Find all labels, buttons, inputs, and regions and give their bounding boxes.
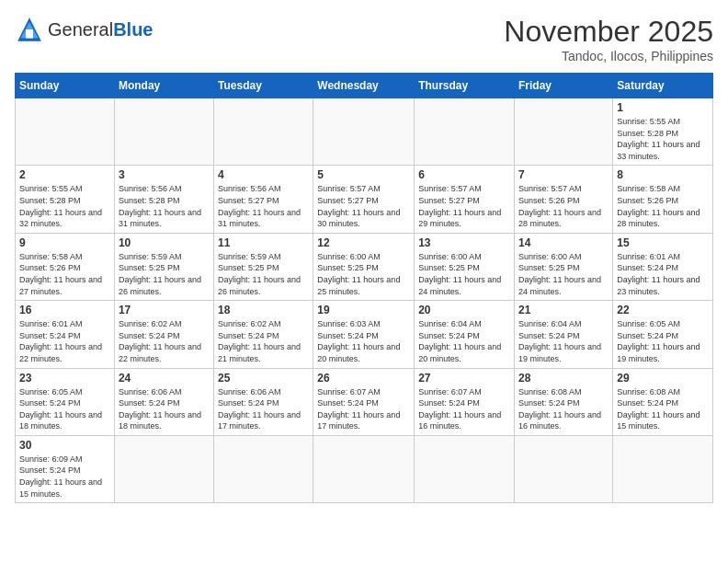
header-monday: Monday	[114, 74, 213, 98]
empty-cell	[515, 435, 613, 502]
page: GeneralBlue November 2025 Tandoc, Ilocos…	[0, 0, 728, 563]
day-22: 22 Sunrise: 6:05 AMSunset: 5:24 PMDaylig…	[613, 301, 713, 368]
calendar-table: Sunday Monday Tuesday Wednesday Thursday…	[15, 73, 713, 503]
week-row-6: 30 Sunrise: 6:09 AMSunset: 5:24 PMDaylig…	[16, 435, 713, 502]
day-28: 28 Sunrise: 6:08 AMSunset: 5:24 PMDaylig…	[515, 368, 613, 435]
empty-cell	[313, 435, 415, 502]
svg-rect-2	[26, 29, 33, 39]
day-1: 1 Sunrise: 5:55 AMSunset: 5:28 PMDayligh…	[613, 98, 713, 166]
empty-cell	[114, 98, 213, 166]
day-17: 17 Sunrise: 6:02 AMSunset: 5:24 PMDaylig…	[114, 301, 213, 368]
header-thursday: Thursday	[415, 74, 515, 98]
day-3: 3 Sunrise: 5:56 AMSunset: 5:28 PMDayligh…	[114, 166, 213, 233]
empty-cell	[214, 435, 313, 502]
day-20: 20 Sunrise: 6:04 AMSunset: 5:24 PMDaylig…	[415, 301, 515, 368]
day-9: 9 Sunrise: 5:58 AMSunset: 5:26 PMDayligh…	[16, 233, 115, 300]
title-section: November 2025 Tandoc, Ilocos, Philippine…	[504, 15, 713, 63]
empty-cell	[515, 98, 613, 166]
day-7: 7 Sunrise: 5:57 AMSunset: 5:26 PMDayligh…	[515, 166, 613, 233]
day-25: 25 Sunrise: 6:06 AMSunset: 5:24 PMDaylig…	[214, 368, 313, 435]
week-row-1: 1 Sunrise: 5:55 AMSunset: 5:28 PMDayligh…	[16, 98, 713, 166]
week-row-4: 16 Sunrise: 6:01 AMSunset: 5:24 PMDaylig…	[16, 301, 713, 368]
day-4: 4 Sunrise: 5:56 AMSunset: 5:27 PMDayligh…	[214, 166, 313, 233]
day-21: 21 Sunrise: 6:04 AMSunset: 5:24 PMDaylig…	[515, 301, 613, 368]
header: GeneralBlue November 2025 Tandoc, Ilocos…	[15, 15, 713, 63]
week-row-5: 23 Sunrise: 6:05 AMSunset: 5:24 PMDaylig…	[16, 368, 713, 435]
day-2: 2 Sunrise: 5:55 AMSunset: 5:28 PMDayligh…	[16, 166, 115, 233]
header-friday: Friday	[515, 74, 613, 98]
empty-cell	[214, 98, 313, 166]
day-8: 8 Sunrise: 5:58 AMSunset: 5:26 PMDayligh…	[613, 166, 713, 233]
location: Tandoc, Ilocos, Philippines	[504, 49, 713, 63]
day-27: 27 Sunrise: 6:07 AMSunset: 5:24 PMDaylig…	[415, 368, 515, 435]
day-26: 26 Sunrise: 6:07 AMSunset: 5:24 PMDaylig…	[313, 368, 415, 435]
logo-text: GeneralBlue	[48, 20, 154, 40]
day-16: 16 Sunrise: 6:01 AMSunset: 5:24 PMDaylig…	[16, 301, 115, 368]
header-wednesday: Wednesday	[313, 74, 415, 98]
day-13: 13 Sunrise: 6:00 AMSunset: 5:25 PMDaylig…	[415, 233, 515, 300]
day-10: 10 Sunrise: 5:59 AMSunset: 5:25 PMDaylig…	[114, 233, 213, 300]
day-19: 19 Sunrise: 6:03 AMSunset: 5:24 PMDaylig…	[313, 301, 415, 368]
week-row-3: 9 Sunrise: 5:58 AMSunset: 5:26 PMDayligh…	[16, 233, 713, 300]
logo: GeneralBlue	[15, 15, 154, 44]
day-14: 14 Sunrise: 6:00 AMSunset: 5:25 PMDaylig…	[515, 233, 613, 300]
day-15: 15 Sunrise: 6:01 AMSunset: 5:24 PMDaylig…	[613, 233, 713, 300]
week-row-2: 2 Sunrise: 5:55 AMSunset: 5:28 PMDayligh…	[16, 166, 713, 233]
day-12: 12 Sunrise: 6:00 AMSunset: 5:25 PMDaylig…	[313, 233, 415, 300]
day-23: 23 Sunrise: 6:05 AMSunset: 5:24 PMDaylig…	[16, 368, 115, 435]
day-29: 29 Sunrise: 6:08 AMSunset: 5:24 PMDaylig…	[613, 368, 713, 435]
empty-cell	[114, 435, 213, 502]
day-24: 24 Sunrise: 6:06 AMSunset: 5:24 PMDaylig…	[114, 368, 213, 435]
month-title: November 2025	[504, 15, 713, 49]
weekday-header-row: Sunday Monday Tuesday Wednesday Thursday…	[16, 74, 713, 98]
day-11: 11 Sunrise: 5:59 AMSunset: 5:25 PMDaylig…	[214, 233, 313, 300]
day-5: 5 Sunrise: 5:57 AMSunset: 5:27 PMDayligh…	[313, 166, 415, 233]
header-saturday: Saturday	[613, 74, 713, 98]
header-tuesday: Tuesday	[214, 74, 313, 98]
empty-cell	[613, 435, 713, 502]
empty-cell	[415, 98, 515, 166]
header-sunday: Sunday	[16, 74, 115, 98]
empty-cell	[313, 98, 415, 166]
empty-cell	[16, 98, 115, 166]
day-6: 6 Sunrise: 5:57 AMSunset: 5:27 PMDayligh…	[415, 166, 515, 233]
day-18: 18 Sunrise: 6:02 AMSunset: 5:24 PMDaylig…	[214, 301, 313, 368]
empty-cell	[415, 435, 515, 502]
day-30: 30 Sunrise: 6:09 AMSunset: 5:24 PMDaylig…	[16, 435, 115, 502]
generalblue-icon	[15, 15, 44, 44]
